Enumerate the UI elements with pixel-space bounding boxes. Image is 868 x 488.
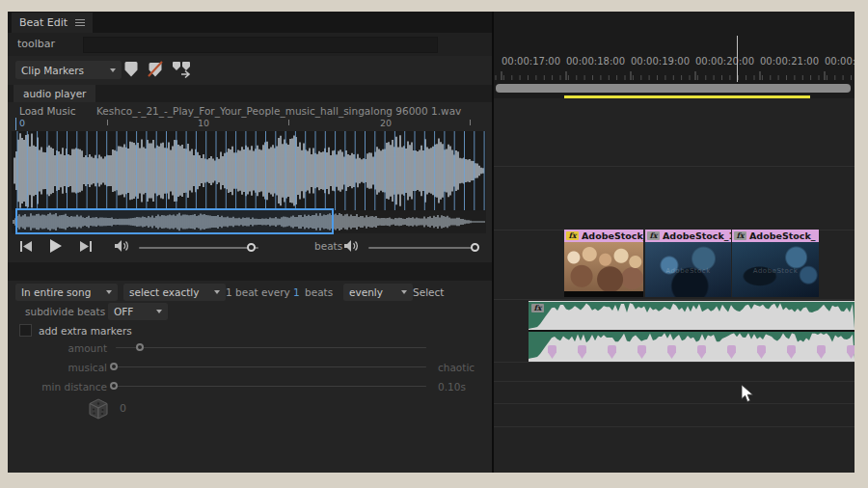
beats-volume-slider[interactable] [368, 247, 478, 249]
letterbox-bar [564, 291, 643, 297]
video-clip-1-name: AdobeStock_1 [582, 230, 643, 241]
clip-markers-row: Clip Markers [8, 56, 492, 85]
min-distance-label: min distance [15, 381, 107, 393]
min-distance-knob[interactable] [110, 382, 118, 390]
scope-dropdown-label: In entire song [21, 286, 91, 298]
timeline-playhead[interactable] [737, 36, 738, 82]
video-clip-1-header[interactable]: fx AdobeStock_1 [564, 230, 643, 242]
tab-audio-player[interactable]: audio player [14, 85, 95, 102]
audio-clip[interactable]: fx [529, 301, 854, 362]
video-clip-2[interactable]: fx AdobeStock_17 AdobeStock [645, 230, 731, 297]
caret-down-icon [214, 290, 220, 294]
main-waveform-svg [12, 131, 486, 210]
caret-down-icon [110, 68, 116, 72]
video-clip-1-thumbnail [564, 242, 643, 297]
mouse-cursor [741, 384, 754, 403]
beat-marker[interactable] [787, 345, 796, 359]
ruler-tick [288, 120, 289, 125]
distribution-dropdown[interactable]: evenly [343, 284, 413, 301]
timecode-label: 00:00:21:00 [760, 56, 819, 67]
ruler-label-10: 10 [198, 118, 209, 128]
distribution-dropdown-label: evenly [349, 286, 383, 298]
beat-every-prefix: 1 beat every [226, 286, 290, 298]
play-button[interactable] [48, 238, 63, 254]
add-extra-markers-label: add extra markers [39, 325, 132, 337]
dice-icon[interactable] [87, 397, 110, 420]
add-marker-icon[interactable] [123, 60, 139, 79]
waveform-ruler[interactable]: 0 10 20 [8, 118, 492, 131]
musical-knob[interactable] [110, 363, 118, 370]
beat-marker[interactable] [667, 345, 676, 359]
beat-marker[interactable] [757, 345, 766, 359]
beat-marker[interactable] [817, 345, 826, 359]
ruler-label-20: 20 [380, 118, 392, 128]
video-clip-3-header[interactable]: fx AdobeStock_ [732, 230, 819, 242]
video-clip-3[interactable]: fx AdobeStock_ AdobeStock [732, 230, 819, 297]
delete-markers-icon[interactable] [147, 60, 164, 79]
amount-knob[interactable] [136, 343, 144, 351]
scope-dropdown[interactable]: In entire song [15, 284, 118, 301]
timeline-ruler[interactable]: 00:00:17:00 00:00:18:00 00:00:19:00 00:0… [494, 12, 854, 84]
export-markers-icon[interactable] [172, 60, 193, 79]
track-divider [494, 426, 854, 427]
panel-tab-bar: Beat Edit [8, 12, 492, 33]
audio-player-tab-row: audio player [8, 85, 492, 102]
subdivide-dropdown-label: OFF [114, 306, 133, 317]
screenshot-root: Beat Edit toolbar Clip Markers [0, 0, 868, 488]
timecode-label: 00:00:17:00 [502, 56, 560, 67]
beat-marker[interactable] [727, 345, 736, 359]
toolbar-row: toolbar [8, 33, 492, 56]
amount-slider[interactable] [116, 347, 426, 348]
beat-marker[interactable] [637, 345, 646, 359]
application-window: Beat Edit toolbar Clip Markers [8, 12, 853, 473]
beats-volume-label: beats [314, 240, 342, 252]
subdivide-dropdown[interactable]: OFF [108, 303, 168, 320]
random-seed-value[interactable]: 0 [120, 402, 126, 415]
beat-marker[interactable] [697, 345, 706, 359]
timeline-h-scrollbar[interactable] [496, 84, 851, 93]
beatedit-panel: Beat Edit toolbar Clip Markers [8, 12, 492, 473]
select-button[interactable]: Select [413, 286, 444, 298]
waveform-selection-rect[interactable] [15, 208, 334, 234]
beats-volume-icon[interactable] [343, 239, 360, 253]
music-volume-slider[interactable] [139, 247, 258, 249]
audio-player-tab-label: audio player [23, 88, 86, 99]
beat-every-suffix: beats [305, 286, 333, 298]
beat-every-value[interactable]: 1 [293, 286, 300, 298]
fx-badge-icon[interactable]: fx [566, 231, 579, 240]
music-volume-knob[interactable] [247, 243, 256, 252]
main-waveform[interactable] [12, 131, 486, 210]
beat-marker[interactable] [578, 345, 586, 359]
add-extra-markers-checkbox[interactable] [19, 324, 32, 337]
clip-markers-dropdown[interactable]: Clip Markers [15, 61, 122, 79]
mode-dropdown[interactable]: select exactly [123, 284, 226, 301]
beat-marker[interactable] [847, 345, 854, 359]
waveform-playhead[interactable] [15, 118, 16, 130]
caret-down-icon [156, 310, 162, 313]
musical-slider[interactable] [116, 366, 426, 367]
skip-start-button[interactable] [19, 240, 33, 253]
video-clip-2-thumbnail: AdobeStock [645, 242, 731, 297]
loaded-filename: Keshco_-_21_-_Play_For_Your_People_music… [96, 105, 461, 117]
beat-marker[interactable] [608, 345, 616, 359]
timecode-label: 00:00:20:00 [695, 56, 754, 67]
timeline-ticks-svg [494, 69, 854, 81]
load-music-button[interactable]: Load Music [19, 105, 75, 117]
music-volume-icon[interactable] [114, 239, 130, 253]
beat-tabs-row: beat selection beat info [8, 262, 492, 281]
skip-end-button[interactable] [79, 240, 93, 253]
track-divider [494, 299, 854, 300]
beats-volume-knob[interactable] [471, 243, 479, 252]
panel-menu-icon[interactable] [75, 19, 85, 26]
min-distance-slider[interactable] [116, 386, 426, 387]
fx-badge-icon[interactable]: fx [647, 231, 660, 240]
subdivide-label: subdivide beats [25, 306, 105, 317]
video-clip-1[interactable]: fx AdobeStock_1 [564, 230, 643, 297]
audio-markers [529, 301, 854, 362]
chaotic-label: chaotic [438, 362, 475, 373]
video-clip-2-header[interactable]: fx AdobeStock_17 [645, 230, 731, 242]
fx-badge-icon[interactable]: fx [734, 231, 746, 240]
beat-marker[interactable] [548, 345, 556, 359]
tab-beat-edit[interactable]: Beat Edit [12, 13, 93, 33]
musical-label: musical [27, 362, 107, 373]
